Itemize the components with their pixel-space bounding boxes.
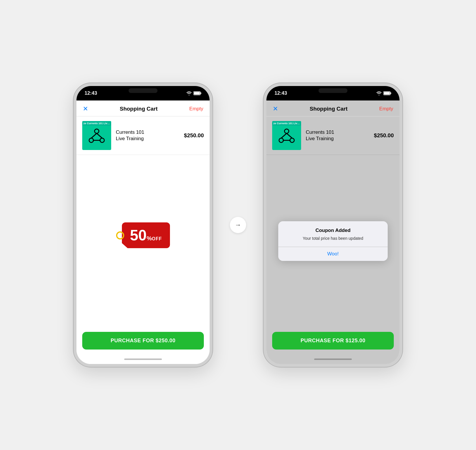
nav-bar-after: ✕ Shopping Cart Empty	[266, 100, 400, 116]
home-bar-after	[314, 358, 352, 360]
item-name-before: Currents 101Live Training	[116, 129, 179, 142]
close-button-after[interactable]: ✕	[273, 105, 278, 113]
svg-rect-11	[384, 92, 390, 95]
content-area-before: 50%OFF	[76, 155, 210, 327]
item-image-label-before: ze Currents 101 Live Traini	[82, 121, 111, 126]
tag-off: OFF	[152, 237, 162, 241]
tag-number: 50	[130, 228, 147, 243]
phone-before: 12:43 ✕ Shopping Cart Empty	[74, 83, 213, 367]
volume-down-button	[74, 173, 74, 189]
alert-message: Your total price has been updated	[284, 236, 382, 242]
item-name-after: Currents 101Live Training	[306, 129, 369, 142]
item-image-before: ze Currents 101 Live Traini	[82, 121, 111, 150]
svg-rect-2	[194, 92, 200, 95]
home-indicator-after	[266, 354, 400, 364]
screen-after: ✕ Shopping Cart Empty ze Currents 101 Li…	[266, 100, 400, 364]
volume-up-button	[74, 153, 74, 169]
discount-tag: 50%OFF	[116, 222, 170, 248]
cart-item-before: ze Currents 101 Live Traini Curren	[76, 116, 210, 155]
svg-point-3	[95, 129, 99, 133]
nav-bar-before: ✕ Shopping Cart Empty	[76, 100, 210, 116]
close-button-before[interactable]: ✕	[83, 105, 88, 113]
alert-title: Coupon Added	[284, 228, 382, 233]
alert-content: Coupon Added Your total price has been u…	[278, 221, 387, 247]
battery-icon-after	[383, 91, 391, 95]
status-icons-before	[186, 91, 202, 95]
phone-after: 12:43 ✕ Shopping Cart Empty	[263, 83, 402, 367]
volume-up-button-after	[263, 153, 264, 169]
notch	[120, 86, 166, 95]
wifi-icon-after	[376, 91, 382, 95]
status-time-after: 12:43	[274, 90, 287, 96]
screen-before: ✕ Shopping Cart Empty ze Currents 101 Li…	[76, 100, 210, 364]
purchase-button-before[interactable]: PURCHASE FOR $250.00	[82, 332, 204, 350]
item-details-before: Currents 101Live Training	[111, 129, 184, 142]
empty-button-before[interactable]: Empty	[189, 106, 203, 112]
svg-point-12	[285, 129, 289, 133]
item-price-before: $250.00	[184, 132, 204, 139]
notch-pill	[129, 88, 158, 93]
notch-pill-after	[318, 88, 347, 93]
status-time-before: 12:43	[85, 90, 97, 96]
item-price-after: $250.00	[374, 132, 394, 139]
tag-percent: %	[147, 235, 152, 241]
alert-woo-button[interactable]: Woo!	[278, 247, 387, 261]
notch-after	[310, 86, 356, 95]
item-image-after: ze Currents 101 Live Traini	[272, 121, 301, 150]
status-bar-after: 12:43	[266, 86, 400, 100]
svg-line-7	[97, 133, 102, 138]
item-details-after: Currents 101Live Training	[301, 129, 374, 142]
alert-modal: Coupon Added Your total price has been u…	[278, 221, 387, 261]
svg-line-15	[281, 133, 287, 138]
home-indicator-before	[76, 354, 210, 364]
svg-rect-10	[391, 92, 391, 94]
scene: 12:43 ✕ Shopping Cart Empty	[74, 83, 402, 367]
wifi-icon	[186, 91, 192, 95]
status-icons-after	[376, 91, 391, 95]
empty-button-after[interactable]: Empty	[379, 106, 393, 112]
nav-title-before: Shopping Cart	[120, 106, 158, 112]
item-image-label-after: ze Currents 101 Live Traini	[272, 121, 301, 126]
tag-body: 50%OFF	[122, 222, 170, 248]
status-bar-before: 12:43	[76, 86, 210, 100]
battery-icon	[193, 91, 202, 95]
tag-ring-icon	[116, 231, 124, 239]
content-area-after: Coupon Added Your total price has been u…	[266, 155, 400, 327]
volume-down-button-after	[263, 173, 264, 189]
svg-rect-1	[201, 92, 202, 94]
cart-item-after: ze Currents 101 Live Traini Curren	[266, 116, 400, 155]
arrow-icon: →	[235, 221, 241, 229]
home-bar-before	[124, 358, 162, 360]
transition-arrow: →	[230, 217, 246, 233]
svg-line-6	[91, 133, 97, 138]
purchase-button-after[interactable]: PURCHASE FOR $125.00	[272, 332, 394, 350]
svg-line-16	[287, 133, 292, 138]
app-logo-icon-after	[278, 127, 295, 144]
app-logo-icon	[88, 127, 105, 144]
nav-title-after: Shopping Cart	[310, 106, 347, 112]
